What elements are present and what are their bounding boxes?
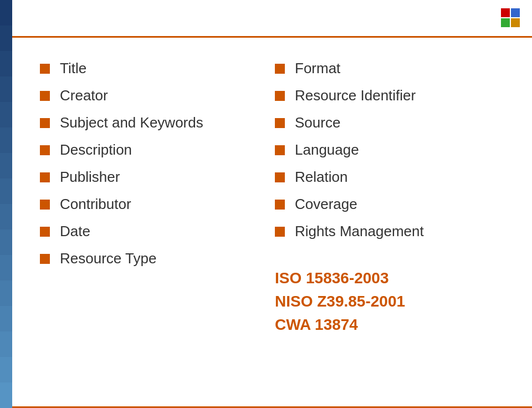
left-bullet-item: Resource Type [40, 250, 275, 267]
left-bullet-item: Subject and Keywords [40, 114, 275, 131]
icon-blue [511, 8, 520, 17]
left-bullet-item: Publisher [40, 169, 275, 186]
bullet-label: Format [295, 60, 340, 77]
right-bullet-item: Rights Management [275, 223, 510, 240]
left-stripe [0, 0, 12, 408]
bullet-label: Rights Management [295, 223, 424, 240]
icon-orange [511, 18, 520, 27]
bullet-icon [40, 145, 50, 155]
bullet-icon [275, 200, 285, 210]
bullet-label: Creator [60, 87, 108, 104]
right-bullet-item: Coverage [275, 196, 510, 213]
right-bullet-item: Format [275, 60, 510, 77]
bullet-label: Description [60, 141, 132, 159]
standards-line: NISO Z39.85-2001 [275, 290, 510, 313]
bullet-label: Subject and Keywords [60, 114, 203, 131]
bullet-icon [275, 118, 285, 128]
icon-green [501, 18, 510, 27]
left-bullet-item: Contributor [40, 196, 275, 213]
bullet-icon [40, 254, 50, 264]
bullet-label: Coverage [295, 196, 357, 213]
left-bullet-item: Creator [40, 87, 275, 104]
left-bullet-item: Date [40, 223, 275, 240]
standards-line: CWA 13874 [275, 313, 510, 336]
bullet-icon [275, 91, 285, 101]
bullet-label: Resource Type [60, 250, 156, 267]
header [12, 0, 532, 38]
bullet-icon [40, 172, 50, 182]
right-bullet-item: Language [275, 141, 510, 159]
bullet-icon [275, 227, 285, 237]
icon-red [501, 8, 510, 17]
bullet-icon [40, 64, 50, 74]
left-column: Title Creator Subject and Keywords Descr… [40, 60, 275, 390]
bullet-icon [40, 227, 50, 237]
bullet-label: Relation [295, 169, 347, 186]
right-bullet-item: Resource Identifier [275, 87, 510, 104]
bullet-label: Language [295, 141, 359, 159]
bullet-icon [275, 64, 285, 74]
left-bullet-item: Title [40, 60, 275, 77]
standards-section: ISO 15836-2003NISO Z39.85-2001CWA 13874 [275, 267, 510, 336]
bullet-label: Contributor [60, 196, 131, 213]
bullet-icon [275, 145, 285, 155]
bullet-label: Publisher [60, 169, 120, 186]
left-bullet-item: Description [40, 141, 275, 159]
bullet-label: Title [60, 60, 86, 77]
bullet-label: Source [295, 114, 340, 131]
main-content: Title Creator Subject and Keywords Descr… [12, 38, 532, 406]
bullet-icon [275, 172, 285, 182]
bullet-icon [40, 200, 50, 210]
bullet-label: Date [60, 223, 90, 240]
right-bullet-item: Source [275, 114, 510, 131]
header-icons [501, 8, 521, 28]
bullet-icon [40, 118, 50, 128]
standards-line: ISO 15836-2003 [275, 267, 510, 290]
right-column: Format Resource Identifier Source Langua… [275, 60, 510, 390]
bullet-icon [40, 91, 50, 101]
right-bullet-item: Relation [275, 169, 510, 186]
bullet-label: Resource Identifier [295, 87, 416, 104]
